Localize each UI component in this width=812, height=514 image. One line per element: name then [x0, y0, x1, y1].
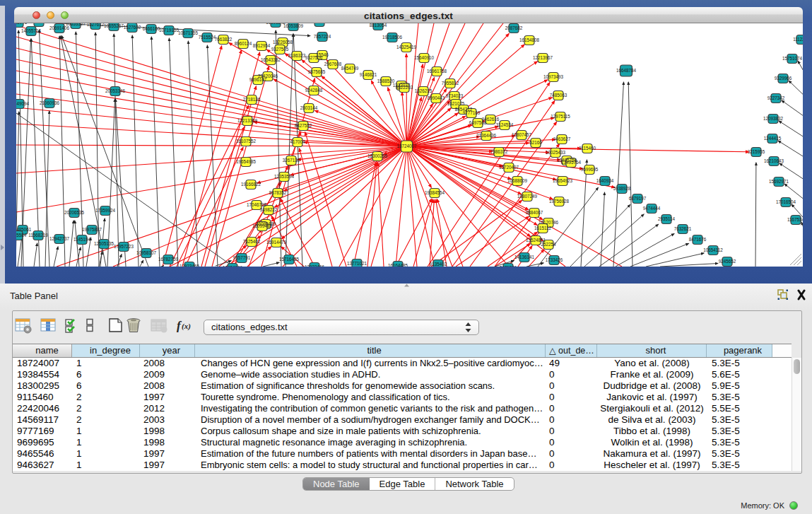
svg-text:3267130: 3267130	[283, 158, 300, 163]
svg-text:12093832: 12093832	[763, 116, 784, 121]
svg-text:12923465: 12923465	[180, 264, 200, 267]
svg-text:1621075: 1621075	[447, 101, 465, 106]
svg-text:16543382: 16543382	[261, 57, 281, 62]
svg-text:17359924: 17359924	[95, 208, 116, 213]
svg-text:12975115: 12975115	[551, 114, 570, 119]
svg-text:3124534: 3124534	[496, 122, 514, 127]
svg-text:19384554: 19384554	[425, 190, 445, 195]
svg-text:14055714: 14055714	[21, 28, 42, 33]
svg-text:10654112: 10654112	[703, 247, 723, 252]
svg-text:10671355: 10671355	[178, 30, 199, 35]
svg-text:8427552: 8427552	[295, 123, 312, 128]
svg-text:8813054: 8813054	[370, 23, 387, 28]
svg-text:3215955: 3215955	[748, 149, 765, 154]
svg-text:16120746: 16120746	[539, 220, 559, 225]
svg-text:7625402: 7625402	[243, 239, 261, 244]
svg-text:20053346: 20053346	[105, 88, 126, 93]
svg-text:19654923: 19654923	[553, 178, 573, 183]
svg-text:5938928: 5938928	[613, 186, 631, 191]
svg-text:16099488: 16099488	[252, 223, 273, 228]
svg-text:9462616: 9462616	[482, 117, 500, 122]
svg-text:8186323: 8186323	[288, 53, 306, 58]
svg-text:8471676: 8471676	[689, 237, 707, 242]
svg-text:20206535: 20206535	[64, 210, 85, 215]
svg-text:12942737: 12942737	[49, 236, 70, 241]
svg-text:9135402: 9135402	[430, 262, 447, 267]
svg-text:10655267: 10655267	[104, 23, 124, 28]
svg-text:15546: 15546	[316, 52, 329, 57]
svg-text:1244415: 1244415	[764, 136, 782, 141]
svg-text:10653327: 10653327	[66, 23, 86, 26]
svg-text:18300295: 18300295	[367, 153, 388, 158]
svg-text:9777169: 9777169	[463, 110, 481, 115]
svg-text:3915584: 3915584	[16, 233, 27, 238]
svg-text:8912051: 8912051	[311, 23, 329, 24]
svg-text:12353594: 12353594	[274, 174, 295, 179]
svg-text:17016504: 17016504	[776, 199, 796, 204]
svg-text:17046798: 17046798	[247, 202, 267, 207]
svg-text:9657791: 9657791	[233, 255, 251, 260]
svg-text:1615112: 1615112	[534, 226, 552, 230]
svg-text:19166822: 19166822	[241, 182, 261, 187]
svg-text:1167534: 1167534	[787, 217, 803, 222]
svg-text:3498222: 3498222	[260, 207, 278, 212]
svg-text:10973493: 10973493	[543, 74, 564, 79]
svg-text:16961758: 16961758	[427, 69, 447, 74]
svg-text:13771021: 13771021	[347, 261, 367, 266]
svg-text:10719155: 10719155	[159, 28, 180, 33]
svg-text:1733426: 1733426	[546, 257, 563, 262]
svg-text:1145194: 1145194	[73, 237, 91, 242]
svg-text:15720407: 15720407	[499, 165, 519, 170]
svg-text:9329966: 9329966	[775, 76, 792, 81]
svg-text:13495764: 13495764	[561, 160, 582, 165]
svg-text:8960124: 8960124	[235, 41, 252, 46]
svg-text:9474444: 9474444	[643, 206, 661, 211]
svg-text:7485063: 7485063	[550, 93, 567, 98]
svg-text:2803144: 2803144	[300, 105, 318, 110]
svg-text:7663822: 7663822	[215, 37, 233, 42]
svg-text:6466160: 6466160	[143, 26, 160, 31]
svg-text:15640910: 15640910	[414, 55, 435, 60]
svg-text:16164485: 16164485	[388, 263, 408, 267]
svg-text:16107552: 16107552	[236, 139, 257, 144]
svg-text:12213369: 12213369	[237, 118, 258, 123]
svg-text:1588520: 1588520	[377, 78, 395, 83]
svg-text:14136141: 14136141	[514, 255, 535, 259]
svg-text:12213967: 12213967	[533, 55, 553, 60]
svg-text:9146821: 9146821	[360, 72, 377, 77]
svg-text:1527602: 1527602	[124, 25, 141, 30]
svg-text:7986372: 7986372	[490, 149, 508, 154]
svg-text:12505135: 12505135	[94, 241, 114, 246]
svg-text:9463627: 9463627	[553, 136, 571, 141]
svg-text:9485061: 9485061	[16, 227, 32, 232]
svg-text:21060936: 21060936	[40, 100, 60, 105]
svg-text:12923466: 12923466	[305, 264, 325, 267]
svg-text:252254: 252254	[541, 242, 556, 247]
svg-text:8878352: 8878352	[269, 190, 287, 195]
svg-text:22420046: 22420046	[258, 74, 278, 78]
svg-text:1112205: 1112205	[793, 37, 803, 42]
svg-text:9884067: 9884067	[526, 210, 543, 215]
svg-text:10434996: 10434996	[223, 265, 243, 267]
svg-text:1527612: 1527612	[87, 23, 105, 27]
svg-text:16154808: 16154808	[519, 37, 540, 42]
svg-text:9327505: 9327505	[271, 47, 289, 52]
svg-text:19218506: 19218506	[382, 35, 403, 40]
svg-text:16210643: 16210643	[764, 158, 784, 163]
svg-text:16053809: 16053809	[283, 23, 304, 28]
svg-text:6879197: 6879197	[629, 196, 647, 201]
svg-text:7857224: 7857224	[314, 34, 331, 39]
svg-text:8454749: 8454749	[341, 66, 359, 71]
svg-text:1326215: 1326215	[415, 88, 433, 93]
svg-text:9365071: 9365071	[16, 23, 28, 25]
svg-text:15751074: 15751074	[782, 56, 803, 61]
svg-text:15149094: 15149094	[16, 101, 29, 106]
svg-text:11568219: 11568219	[28, 233, 48, 238]
svg-text:9734023: 9734023	[446, 93, 464, 98]
svg-text:9245652: 9245652	[719, 259, 736, 264]
svg-text:2718126: 2718126	[243, 97, 261, 102]
svg-text:7515524: 7515524	[199, 35, 216, 40]
svg-text:1640934: 1640934	[596, 178, 614, 183]
svg-text:21364436: 21364436	[476, 133, 497, 138]
svg-text:18724007: 18724007	[396, 144, 417, 148]
